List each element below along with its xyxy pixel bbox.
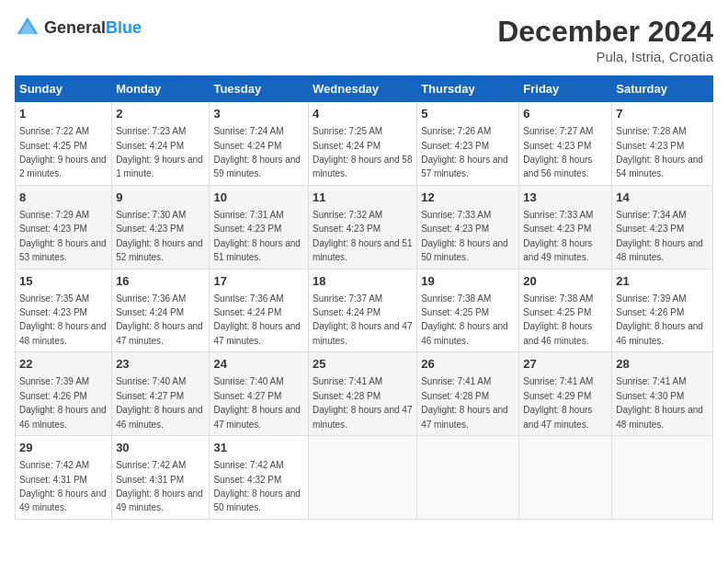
sunset-text: Sunset: 4:23 PM [213, 224, 281, 234]
calendar-day-cell: 21Sunrise: 7:39 AMSunset: 4:26 PMDayligh… [612, 269, 713, 352]
sunset-text: Sunset: 4:23 PM [19, 307, 87, 317]
column-header-monday: Monday [112, 76, 210, 102]
sunrise-text: Sunrise: 7:28 AM [616, 126, 686, 136]
day-number: 22 [19, 356, 108, 373]
day-number: 2 [116, 106, 205, 122]
calendar-day-cell: 3Sunrise: 7:24 AMSunset: 4:24 PMDaylight… [210, 102, 309, 186]
daylight-text: Daylight: 8 hours and 49 minutes. [116, 488, 203, 512]
calendar-day-cell: 9Sunrise: 7:30 AMSunset: 4:23 PMDaylight… [112, 185, 210, 269]
sunset-text: Sunset: 4:23 PM [116, 224, 184, 234]
calendar-empty-cell [417, 436, 519, 520]
sunrise-text: Sunrise: 7:22 AM [19, 126, 89, 136]
column-header-friday: Friday [519, 76, 612, 102]
calendar-day-cell: 19Sunrise: 7:38 AMSunset: 4:25 PMDayligh… [417, 269, 519, 352]
sunset-text: Sunset: 4:24 PM [116, 307, 184, 317]
calendar-table: SundayMondayTuesdayWednesdayThursdayFrid… [15, 75, 713, 520]
calendar-day-cell: 10Sunrise: 7:31 AMSunset: 4:23 PMDayligh… [210, 185, 309, 269]
daylight-text: Daylight: 8 hours and 46 minutes. [19, 405, 107, 429]
daylight-text: Daylight: 8 hours and 47 minutes. [213, 405, 301, 429]
day-number: 9 [116, 190, 205, 206]
title-area: December 2024 Pula, Istria, Croatia [497, 15, 713, 64]
sunrise-text: Sunrise: 7:23 AM [116, 126, 186, 136]
sunrise-text: Sunrise: 7:25 AM [313, 126, 382, 136]
main-title: December 2024 [497, 15, 713, 49]
sunrise-text: Sunrise: 7:39 AM [19, 376, 89, 386]
daylight-text: Daylight: 8 hours and 46 minutes. [616, 321, 703, 345]
daylight-text: Daylight: 8 hours and 58 minutes. [313, 155, 412, 178]
calendar-day-cell: 24Sunrise: 7:40 AMSunset: 4:27 PMDayligh… [210, 352, 309, 436]
logo-general: General [44, 18, 106, 37]
sunset-text: Sunset: 4:23 PM [19, 224, 87, 234]
sunrise-text: Sunrise: 7:41 AM [421, 376, 491, 386]
day-number: 19 [421, 273, 515, 290]
logo: GeneralBlue [15, 15, 142, 40]
column-header-thursday: Thursday [417, 76, 519, 102]
sunset-text: Sunset: 4:30 PM [616, 391, 684, 401]
day-number: 5 [421, 106, 515, 122]
sunset-text: Sunset: 4:24 PM [313, 307, 381, 317]
sunset-text: Sunset: 4:28 PM [421, 391, 489, 401]
daylight-text: Daylight: 8 hours and 59 minutes. [213, 155, 301, 178]
calendar-week-row: 15Sunrise: 7:35 AMSunset: 4:23 PMDayligh… [16, 269, 713, 352]
sunrise-text: Sunrise: 7:40 AM [116, 376, 186, 386]
sunrise-text: Sunrise: 7:33 AM [421, 210, 491, 220]
day-number: 12 [421, 190, 515, 206]
calendar-day-cell: 30Sunrise: 7:42 AMSunset: 4:31 PMDayligh… [112, 436, 210, 520]
day-number: 17 [213, 273, 304, 290]
sunrise-text: Sunrise: 7:38 AM [523, 293, 593, 304]
calendar-day-cell: 7Sunrise: 7:28 AMSunset: 4:23 PMDaylight… [612, 102, 713, 186]
logo-text: GeneralBlue [44, 18, 142, 38]
sunset-text: Sunset: 4:31 PM [116, 475, 184, 485]
calendar-day-cell: 15Sunrise: 7:35 AMSunset: 4:23 PMDayligh… [16, 269, 112, 352]
calendar-day-cell: 1Sunrise: 7:22 AMSunset: 4:25 PMDaylight… [16, 102, 112, 186]
calendar-day-cell: 28Sunrise: 7:41 AMSunset: 4:30 PMDayligh… [612, 352, 713, 436]
daylight-text: Daylight: 9 hours and 2 minutes. [19, 155, 107, 178]
daylight-text: Daylight: 8 hours and 46 minutes. [116, 405, 203, 429]
day-number: 20 [523, 273, 608, 290]
day-number: 29 [19, 440, 108, 456]
daylight-text: Daylight: 8 hours and 49 minutes. [19, 488, 107, 512]
sunrise-text: Sunrise: 7:33 AM [523, 210, 593, 220]
calendar-header-row: SundayMondayTuesdayWednesdayThursdayFrid… [16, 76, 713, 102]
sunset-text: Sunset: 4:25 PM [421, 307, 489, 317]
sunset-text: Sunset: 4:23 PM [523, 224, 591, 234]
calendar-day-cell: 22Sunrise: 7:39 AMSunset: 4:26 PMDayligh… [16, 352, 112, 436]
daylight-text: Daylight: 8 hours and 49 minutes. [523, 238, 592, 262]
calendar-day-cell: 12Sunrise: 7:33 AMSunset: 4:23 PMDayligh… [417, 185, 519, 269]
sunset-text: Sunset: 4:24 PM [213, 141, 281, 151]
daylight-text: Daylight: 8 hours and 56 minutes. [523, 155, 592, 178]
day-number: 26 [421, 356, 515, 373]
calendar-day-cell: 16Sunrise: 7:36 AMSunset: 4:24 PMDayligh… [112, 269, 210, 352]
sunset-text: Sunset: 4:31 PM [19, 475, 87, 485]
daylight-text: Daylight: 8 hours and 48 minutes. [616, 405, 703, 429]
sunrise-text: Sunrise: 7:42 AM [116, 460, 186, 470]
daylight-text: Daylight: 8 hours and 46 minutes. [421, 321, 508, 345]
day-number: 25 [313, 356, 413, 373]
calendar-day-cell: 18Sunrise: 7:37 AMSunset: 4:24 PMDayligh… [309, 269, 417, 352]
column-header-saturday: Saturday [612, 76, 713, 102]
calendar-day-cell: 26Sunrise: 7:41 AMSunset: 4:28 PMDayligh… [417, 352, 519, 436]
sunrise-text: Sunrise: 7:41 AM [313, 376, 382, 386]
daylight-text: Daylight: 8 hours and 53 minutes. [19, 238, 107, 262]
sunset-text: Sunset: 4:24 PM [313, 141, 381, 151]
sunrise-text: Sunrise: 7:26 AM [421, 126, 491, 136]
day-number: 16 [116, 273, 205, 290]
sunset-text: Sunset: 4:27 PM [116, 391, 184, 401]
sunrise-text: Sunrise: 7:41 AM [523, 376, 593, 386]
daylight-text: Daylight: 9 hours and 1 minute. [116, 155, 203, 178]
sunset-text: Sunset: 4:23 PM [616, 141, 684, 151]
day-number: 3 [213, 106, 304, 122]
sunset-text: Sunset: 4:26 PM [616, 307, 684, 317]
daylight-text: Daylight: 8 hours and 47 minutes. [116, 321, 203, 345]
daylight-text: Daylight: 8 hours and 46 minutes. [523, 321, 592, 345]
sunset-text: Sunset: 4:24 PM [116, 141, 184, 151]
sunrise-text: Sunrise: 7:30 AM [116, 210, 186, 220]
sunset-text: Sunset: 4:25 PM [19, 141, 87, 151]
calendar-day-cell: 13Sunrise: 7:33 AMSunset: 4:23 PMDayligh… [519, 185, 612, 269]
logo-blue: Blue [106, 18, 142, 37]
day-number: 30 [116, 440, 205, 456]
sunrise-text: Sunrise: 7:29 AM [19, 210, 89, 220]
sunset-text: Sunset: 4:25 PM [523, 307, 591, 317]
calendar-week-row: 8Sunrise: 7:29 AMSunset: 4:23 PMDaylight… [16, 185, 713, 269]
daylight-text: Daylight: 8 hours and 47 minutes. [213, 321, 301, 345]
